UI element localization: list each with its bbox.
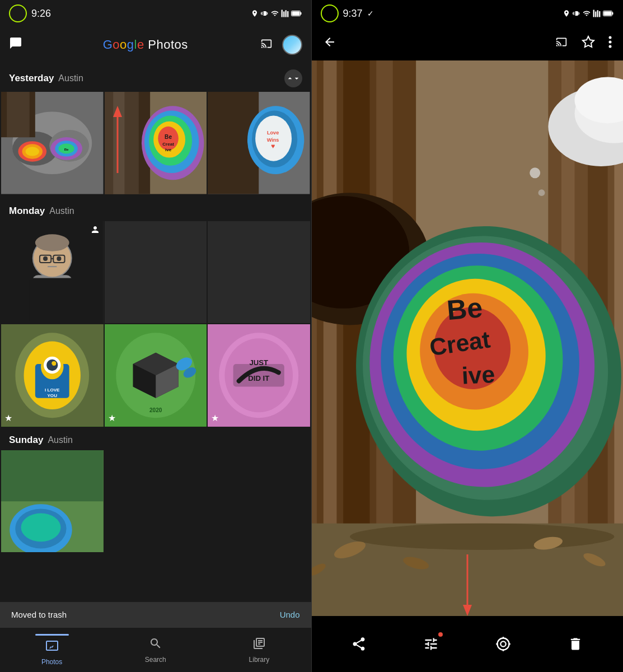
right-panel: 9:37 ✓ (312, 0, 624, 672)
right-location-icon (563, 10, 570, 17)
status-left: 9:26 (9, 4, 51, 22)
sunday-title: Sunday Austin (9, 435, 73, 446)
message-icon[interactable] (9, 36, 22, 53)
active-dot (438, 632, 443, 637)
photo-empty-1[interactable] (105, 221, 207, 324)
undo-button[interactable]: Undo (280, 610, 300, 619)
lens-icon (495, 636, 511, 652)
right-top-bar (312, 27, 624, 60)
right-battery-icon (603, 10, 614, 17)
svg-text:Love: Love (267, 130, 279, 136)
svg-point-45 (43, 256, 48, 260)
photo-love-wins[interactable]: Love Wins ♥ (208, 92, 310, 194)
photos-nav-label: Photos (41, 658, 62, 666)
edit-adjust-button[interactable] (417, 630, 445, 658)
svg-point-58 (47, 363, 53, 369)
svg-rect-2 (292, 12, 299, 16)
right-signal-icon (593, 10, 601, 17)
right-status-bar: 9:37 ✓ (312, 0, 624, 27)
svg-text:ive: ive (165, 147, 171, 152)
main-photo-svg: Be Creat ive (312, 60, 624, 616)
svg-point-101 (350, 524, 614, 550)
left-panel: 9:26 Google Photos (0, 0, 311, 672)
right-status-icons (563, 10, 614, 17)
star-badge-1: ★ (4, 413, 12, 423)
monday-day-label: Monday (9, 206, 45, 217)
sunday-photo-row (1, 450, 310, 553)
svg-rect-1 (300, 12, 301, 15)
photo-just-did-it[interactable]: JUST DID IT ★ (208, 324, 310, 427)
svg-point-9 (26, 147, 39, 156)
left-status-bar: 9:26 (0, 0, 311, 27)
top-bar-left (9, 36, 31, 53)
snackbar-message: Moved to trash (11, 610, 67, 619)
rocks-group-svg: Be (1, 92, 104, 194)
photo-scroll-area[interactable]: Yesterday Austin (0, 63, 311, 672)
main-photo-view[interactable]: Be Creat ive (312, 60, 624, 616)
delete-button[interactable] (561, 630, 589, 658)
love-wins-svg: Love Wins ♥ (208, 92, 310, 194)
svg-text:JUST: JUST (249, 358, 268, 367)
svg-point-46 (57, 256, 61, 260)
svg-text:DID IT: DID IT (248, 374, 269, 382)
svg-rect-77 (1, 450, 104, 501)
top-bar-right (260, 35, 302, 55)
svg-text:Creat: Creat (162, 142, 174, 147)
person-badge (90, 225, 100, 237)
lens-search-button[interactable] (489, 630, 517, 658)
photo-sunday-rock[interactable] (1, 450, 104, 553)
right-status-left: 9:37 ✓ (321, 4, 374, 22)
library-nav-label: Library (249, 656, 270, 664)
back-button[interactable] (323, 35, 336, 52)
yesterday-day-label: Yesterday (9, 73, 54, 84)
monday-location-label: Austin (49, 206, 74, 216)
svg-point-87 (609, 45, 612, 48)
svg-point-80 (21, 513, 60, 542)
more-options-button[interactable] (608, 35, 612, 52)
photo-green-rock[interactable]: 2020 ★ (105, 324, 207, 427)
location-icon (251, 10, 259, 17)
yesterday-photo-row: Be Be Creat (1, 92, 310, 194)
right-wifi-icon (583, 10, 591, 17)
svg-rect-19 (113, 92, 124, 194)
photo-be-creative-thumb[interactable]: Be Creat ive (105, 92, 207, 194)
svg-marker-84 (583, 36, 594, 47)
monday-photo-row-1 (1, 221, 310, 324)
avatar[interactable] (282, 35, 302, 55)
right-status-circle (321, 4, 339, 22)
app-title: Google Photos (103, 38, 188, 52)
svg-point-122 (564, 149, 572, 157)
photo-selfie[interactable] (1, 221, 104, 324)
nav-search[interactable]: Search (104, 637, 207, 664)
nav-library[interactable]: Library (207, 637, 311, 664)
star-badge-3: ★ (211, 413, 219, 423)
share-button[interactable] (345, 630, 373, 658)
search-nav-label: Search (145, 656, 166, 664)
yesterday-section-header: Yesterday Austin (0, 63, 311, 92)
svg-text:Be: Be (64, 147, 69, 151)
minion-svg: I LOVE YOU (1, 324, 104, 427)
library-nav-icon (252, 637, 266, 654)
monday-section-header: Monday Austin (0, 199, 311, 221)
nav-photos[interactable]: Photos (0, 634, 104, 666)
wifi-icon (271, 10, 279, 17)
svg-rect-82 (612, 12, 613, 15)
svg-text:YOU: YOU (47, 393, 57, 398)
svg-text:Be: Be (165, 134, 172, 140)
svg-point-86 (609, 41, 612, 44)
cast-icon-right[interactable] (555, 36, 568, 51)
sunday-section-header: Sunday Austin (0, 428, 311, 450)
svg-text:2020: 2020 (149, 407, 162, 413)
svg-text:♥: ♥ (271, 142, 275, 150)
cast-icon[interactable] (260, 38, 273, 52)
photo-rocks-group[interactable]: Be (1, 92, 104, 194)
photo-empty-2[interactable] (208, 221, 310, 324)
photo-minion-rock[interactable]: I LOVE YOU ★ (1, 324, 104, 427)
nav-active-indicator (35, 634, 69, 636)
bottom-nav: Photos Search Library (0, 627, 311, 672)
top-bar: Google Photos (0, 27, 311, 63)
status-icons (251, 10, 302, 17)
favorite-button[interactable] (582, 35, 595, 52)
scroll-up-button[interactable] (284, 69, 302, 87)
svg-rect-49 (30, 278, 75, 323)
